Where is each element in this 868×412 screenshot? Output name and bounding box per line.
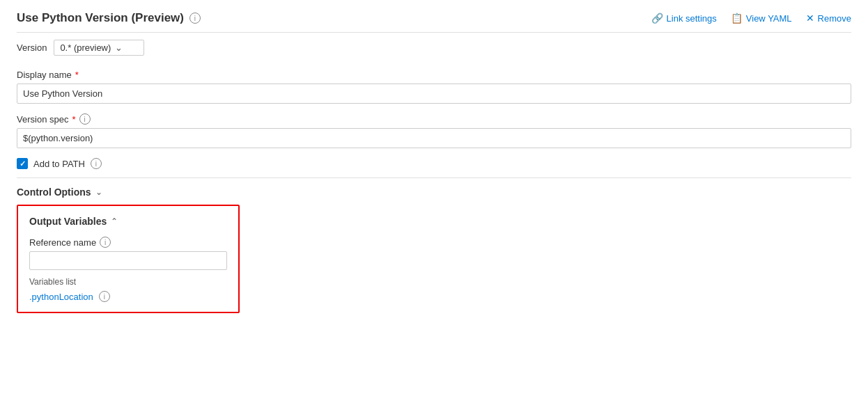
page-title: Use Python Version (Preview) [17,11,184,25]
yaml-icon: 📋 [731,13,743,24]
display-name-input[interactable] [17,84,851,104]
header-actions: 🔗 Link settings 📋 View YAML ✕ Remove [651,13,851,24]
add-to-path-checkbox[interactable]: ✓ [17,158,28,169]
control-options-title: Control Options [17,187,91,198]
version-spec-input[interactable] [17,128,851,148]
reference-name-label: Reference name i [29,237,227,248]
required-star-2: * [72,114,75,125]
output-variables-box: Output Variables ⌃ Reference name i Vari… [17,205,240,313]
version-spec-info-icon: i [79,113,91,125]
reference-name-input[interactable] [29,251,227,270]
display-name-label: Display name * [17,70,851,80]
section-divider [17,177,851,178]
view-yaml-button[interactable]: 📋 View YAML [731,13,792,24]
add-to-path-label: Add to PATH [33,159,85,169]
view-yaml-label: View YAML [746,13,792,24]
version-label: Version [17,42,47,53]
link-settings-button[interactable]: 🔗 Link settings [651,13,717,24]
variable-name: .pythonLocation [29,292,93,302]
control-options-section[interactable]: Control Options ⌄ [17,187,851,198]
link-settings-label: Link settings [667,13,717,24]
version-select[interactable]: 0.* (preview) ⌄ [54,40,144,56]
add-to-path-info-icon: i [91,158,102,169]
output-variables-title: Output Variables [29,216,107,227]
variable-info-icon: i [99,291,110,302]
version-spec-label: Version spec * i [17,113,851,125]
variables-list-label: Variables list [29,277,227,287]
title-info-icon: i [189,13,201,24]
remove-icon: ✕ [806,13,814,24]
output-variables-chevron-icon: ⌃ [111,216,118,226]
version-select-value: 0.* (preview) [60,42,111,53]
variable-item: .pythonLocation i [29,291,227,302]
reference-name-info-icon: i [100,237,111,248]
checkmark-icon: ✓ [20,159,26,168]
remove-label: Remove [818,13,851,24]
remove-button[interactable]: ✕ Remove [806,13,851,24]
chevron-down-icon: ⌄ [115,42,123,53]
control-options-chevron-icon: ⌄ [95,187,102,197]
required-star: * [75,70,79,80]
link-icon: 🔗 [651,13,663,24]
